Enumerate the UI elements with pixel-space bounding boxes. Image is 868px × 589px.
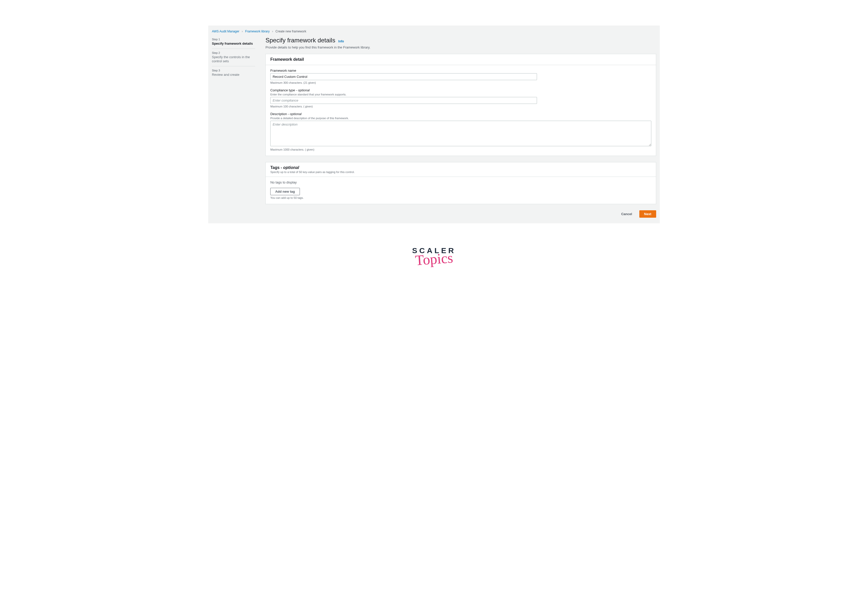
add-new-tag-button[interactable]: Add new tag — [270, 188, 300, 195]
tags-panel: Tags - optional Specify up to a total of… — [266, 162, 656, 204]
step-title: Review and create — [212, 73, 239, 77]
breadcrumb-link-framework-library[interactable]: Framework library — [245, 30, 270, 33]
compliance-type-label: Compliance type - optional — [270, 88, 651, 92]
breadcrumb-link-audit-manager[interactable]: AWS Audit Manager — [212, 30, 239, 33]
description-textarea[interactable] — [270, 121, 651, 146]
step-number: Step 2 — [212, 51, 255, 55]
step-number: Step 3 — [212, 69, 255, 72]
cancel-button[interactable]: Cancel — [617, 210, 637, 218]
description-field: Description - optional Provide a detaile… — [270, 112, 651, 151]
description-helper: Maximum 1000 characters. ( given) — [270, 148, 651, 151]
page-subtitle: Provide details to help you find this fr… — [266, 46, 656, 49]
tags-subdesc: Specify up to a total of 50 key-value pa… — [270, 170, 651, 174]
info-link[interactable]: Info — [338, 40, 344, 43]
compliance-type-hint: Enter the compliance standard that your … — [270, 93, 651, 96]
chevron-right-icon: › — [272, 30, 273, 33]
page-header: Specify framework details Info — [266, 37, 656, 44]
framework-name-field: Framework name Maximum 300 characters. (… — [270, 69, 651, 84]
panel-header: Framework detail — [266, 54, 656, 65]
compliance-type-field: Compliance type - optional Enter the com… — [270, 88, 651, 108]
framework-name-helper: Maximum 300 characters. (21 given) — [270, 81, 651, 84]
wizard-step-1[interactable]: Step 1 Specify framework details — [212, 37, 255, 49]
step-title: Specify framework details — [212, 41, 252, 46]
framework-detail-panel: Framework detail Framework name Maximum … — [266, 54, 656, 156]
panel-body: No tags to display Add new tag You can a… — [266, 177, 656, 204]
description-label: Description - optional — [270, 112, 651, 116]
framework-name-input[interactable] — [270, 73, 537, 80]
tags-empty-message: No tags to display — [270, 180, 651, 184]
breadcrumb-current: Create new framework — [275, 30, 306, 33]
footer-actions: Cancel Next — [266, 210, 656, 218]
step-title: Specify the controls in the control sets — [212, 55, 250, 63]
description-hint: Provide a detailed description of the pu… — [270, 117, 651, 120]
wizard-step-2[interactable]: Step 2 Specify the controls in the contr… — [212, 49, 255, 66]
chevron-right-icon: › — [242, 30, 243, 33]
scaler-topics-logo: SCALER Topics — [412, 246, 456, 267]
compliance-type-input[interactable] — [270, 97, 537, 104]
step-number: Step 1 — [212, 38, 255, 41]
panel-header: Tags - optional Specify up to a total of… — [266, 162, 656, 177]
framework-name-label: Framework name — [270, 69, 651, 72]
tags-helper: You can add up to 50 tags. — [270, 196, 651, 199]
compliance-type-helper: Maximum 100 characters. ( given) — [270, 105, 651, 108]
panel-body: Framework name Maximum 300 characters. (… — [266, 65, 656, 156]
next-button[interactable]: Next — [639, 210, 656, 218]
panel-heading: Tags - optional — [270, 165, 651, 170]
breadcrumb: AWS Audit Manager › Framework library › … — [212, 29, 656, 37]
main-content: Specify framework details Info Provide d… — [266, 37, 656, 218]
panel-heading: Framework detail — [270, 57, 651, 62]
page-title: Specify framework details — [266, 37, 335, 44]
wizard-step-3[interactable]: Step 3 Review and create — [212, 66, 255, 80]
wizard-steps: Step 1 Specify framework details Step 2 … — [212, 37, 255, 218]
brand-topics-text: Topics — [412, 249, 456, 267]
console-panel: AWS Audit Manager › Framework library › … — [208, 25, 660, 223]
